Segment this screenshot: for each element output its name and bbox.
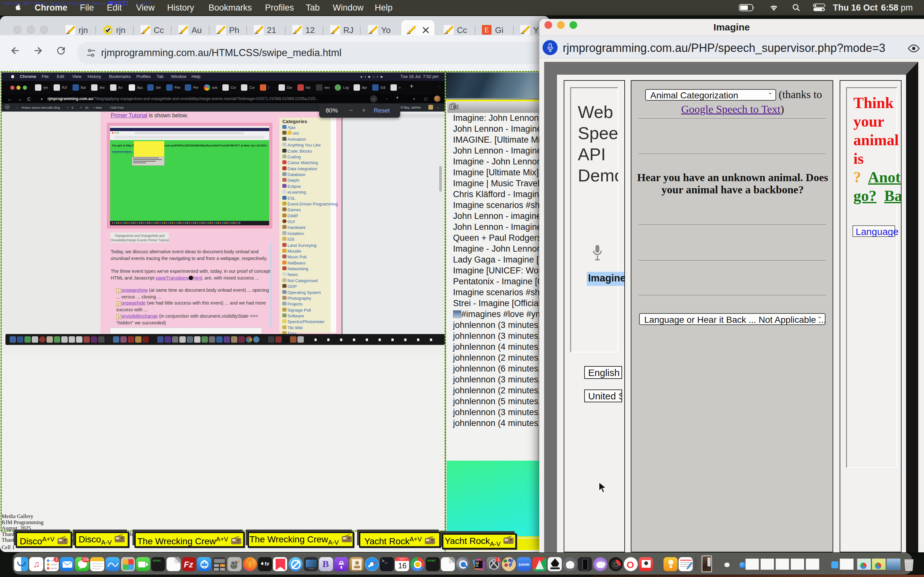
svg-text:E: E [484,26,489,34]
